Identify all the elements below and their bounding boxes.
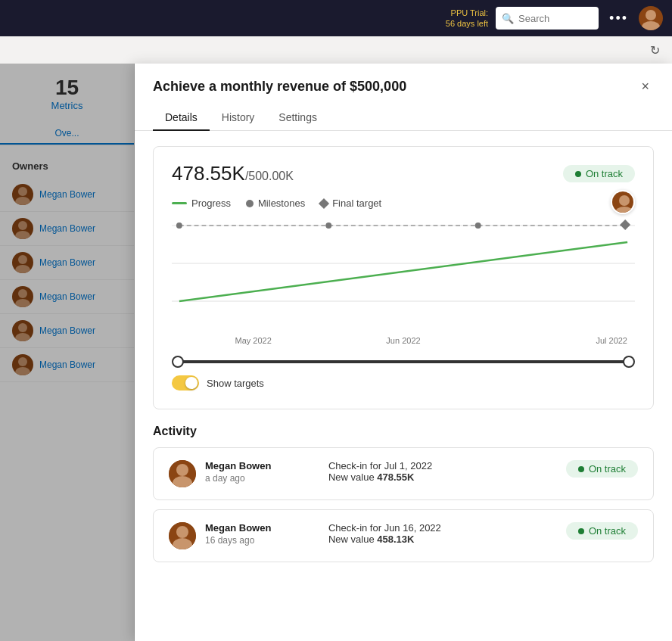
x-label-jun: Jun 2022 <box>329 336 477 345</box>
legend-milestones-label: Milestones <box>258 198 305 209</box>
svg-point-1 <box>642 21 660 30</box>
stats-value: 478.55K/500.00K <box>172 162 294 185</box>
search-icon: 🔍 <box>502 13 514 24</box>
tab-details[interactable]: Details <box>153 105 210 131</box>
svg-point-26 <box>475 222 481 229</box>
legend-milestones: Milestones <box>246 198 305 209</box>
activity-time: 16 days ago <box>205 535 319 546</box>
activity-badge-label: On track <box>589 463 626 475</box>
tab-settings[interactable]: Settings <box>266 105 329 131</box>
toggle-label: Show targets <box>207 378 264 389</box>
activity-item: Megan Bowen 16 days ago Check-in for Jun… <box>153 509 654 562</box>
range-thumb-left[interactable] <box>172 356 184 368</box>
activity-time: a day ago <box>205 473 319 484</box>
activity-badge-label: On track <box>589 525 626 537</box>
on-track-dot <box>578 528 584 534</box>
stats-top: 478.55K/500.00K On track <box>172 162 635 185</box>
activity-detail: Check-in for Jun 16, 2022 New value 458.… <box>328 522 557 545</box>
chart-svg: 500K 450K 400K <box>172 218 635 339</box>
x-label-may: May 2022 <box>179 336 327 345</box>
close-button[interactable]: × <box>636 77 654 96</box>
more-options-button[interactable]: ••• <box>606 11 631 26</box>
refresh-bar: ↻ <box>0 36 672 64</box>
activity-info: Megan Bowen a day ago <box>205 460 319 484</box>
avatar <box>169 460 196 487</box>
activity-checkin: Check-in for Jul 1, 2022 <box>328 460 557 471</box>
legend-final-target: Final target <box>320 198 381 209</box>
activity-badge: On track <box>566 522 638 540</box>
activity-new-value: New value 478.55K <box>328 471 557 483</box>
svg-point-25 <box>325 222 331 229</box>
show-targets-toggle[interactable] <box>172 375 199 391</box>
svg-rect-27 <box>620 219 630 230</box>
x-label-jul: Jul 2022 <box>480 336 627 345</box>
svg-point-24 <box>176 222 182 229</box>
target-value: /500.00K <box>245 170 294 182</box>
legend-final-target-label: Final target <box>332 198 381 209</box>
activity-section: Activity Megan Bowen a day ago Check-in … <box>153 425 654 562</box>
legend-green-line <box>172 202 187 204</box>
activity-info: Megan Bowen 16 days ago <box>205 522 319 546</box>
activity-user-name: Megan Bowen <box>205 460 319 471</box>
x-axis-labels: May 2022 Jun 2022 Jul 2022 <box>172 336 635 345</box>
modal-panel: Achieve a monthly revenue of $500,000 × … <box>135 64 672 641</box>
range-thumb-right[interactable] <box>623 356 635 368</box>
activity-item: Megan Bowen a day ago Check-in for Jul 1… <box>153 447 654 500</box>
on-track-dot <box>578 466 584 472</box>
svg-point-15 <box>619 195 630 206</box>
tab-history[interactable]: History <box>210 105 267 131</box>
on-track-badge: On track <box>563 165 635 182</box>
range-slider-container <box>172 360 635 363</box>
modal-body: 478.55K/500.00K On track <box>135 131 672 641</box>
stats-card: 478.55K/500.00K On track <box>153 146 654 409</box>
toggle-knob <box>185 377 198 389</box>
svg-point-29 <box>176 464 188 476</box>
range-track <box>178 360 629 363</box>
svg-point-0 <box>646 10 656 20</box>
activity-checkin: Check-in for Jun 16, 2022 <box>328 522 557 534</box>
user-avatar-top[interactable] <box>639 6 663 30</box>
activity-title: Activity <box>153 425 654 438</box>
on-track-dot <box>575 171 581 177</box>
legend-diamond-icon <box>319 198 329 208</box>
chart-wrapper: Progress Milestones Final target <box>172 198 635 391</box>
legend-gray-dot <box>246 200 254 207</box>
search-input[interactable] <box>518 13 593 24</box>
chart-user-avatar <box>611 190 635 214</box>
show-targets-row: Show targets <box>172 375 635 391</box>
activity-new-value: New value 458.13K <box>328 534 557 545</box>
modal-title: Achieve a monthly revenue of $500,000 <box>153 79 406 95</box>
ppu-label: PPU Trial: <box>446 8 488 18</box>
chart-legend: Progress Milestones Final target <box>172 198 635 209</box>
legend-progress: Progress <box>172 198 231 209</box>
current-value: 478.55K <box>172 162 245 185</box>
modal-title-row: Achieve a monthly revenue of $500,000 × <box>153 77 654 96</box>
refresh-button[interactable]: ↻ <box>650 43 660 58</box>
main-area: 15 Metrics Ove... Owners Megan Bower Meg… <box>0 64 672 641</box>
activity-badge: On track <box>566 460 638 478</box>
ppu-trial-info: PPU Trial: 56 days left <box>446 8 488 30</box>
modal-tabs: Details History Settings <box>153 105 654 130</box>
topbar: PPU Trial: 56 days left 🔍 ••• <box>0 0 672 36</box>
activity-detail: Check-in for Jul 1, 2022 New value 478.5… <box>328 460 557 483</box>
legend-progress-label: Progress <box>191 198 231 209</box>
avatar <box>169 522 196 549</box>
badge-label: On track <box>586 168 623 179</box>
svg-point-32 <box>176 526 188 538</box>
search-box[interactable]: 🔍 <box>496 7 599 30</box>
days-left: 56 days left <box>446 18 488 29</box>
activity-user-name: Megan Bowen <box>205 522 319 534</box>
modal-header: Achieve a monthly revenue of $500,000 × … <box>135 64 672 131</box>
chart-container: 500K 450K 400K <box>172 218 635 354</box>
